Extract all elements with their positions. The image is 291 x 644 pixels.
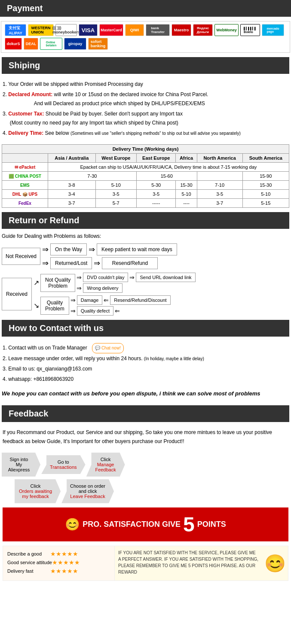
- return-guide: Guide for Dealing with Problems as follo…: [2, 233, 289, 239]
- received-box: Received: [2, 278, 32, 310]
- ems-north-america: 7-10: [197, 181, 242, 190]
- dhl-asia: 3-4: [48, 190, 95, 199]
- contact-item-4: 4. whatsapp: +8618968063920: [3, 374, 288, 384]
- feedback-title: Feedback: [9, 409, 48, 418]
- review-row-2: Good service attitude ★★★★★: [7, 559, 110, 566]
- arrow-nq-1: ⇒: [77, 274, 82, 281]
- fedex-east-europe: -----: [136, 199, 176, 208]
- contact-item-2: 2. Leave message under order, will reply…: [3, 353, 288, 364]
- qiwi-logo: QIWI: [125, 24, 144, 36]
- ems-south-america: 15-30: [242, 181, 289, 190]
- fedex-row: FedEx 3-7 5-7 ----- ---- 3-7 5-15: [2, 199, 289, 208]
- chinapost-row: 🟩 CHINA POST 7-30 15-60 15-90: [2, 172, 289, 181]
- col-west-europe: West Europe: [95, 154, 136, 163]
- shipping-item-3: 3. Customer Tax: Should be Paid by buyer…: [3, 109, 288, 127]
- arrow-q-3: ⇒: [70, 307, 76, 314]
- arrow-r-2: ↘: [34, 301, 39, 310]
- epacket-row: ✉ ePacket Epacket can ship to USA/AU/UK/…: [2, 163, 289, 172]
- feedback-header: Feedback: [2, 405, 289, 422]
- fedex-africa: ----: [176, 199, 197, 208]
- not-quality-box: Not QualityProblem: [40, 274, 75, 292]
- shipping-header: Shiping: [2, 57, 289, 74]
- arrow-nr-2: ⇒: [89, 245, 95, 254]
- col-south-america: South America: [242, 154, 289, 163]
- chinapost-north-america: [197, 172, 242, 181]
- contact-important: We hope you can contact with us before y…: [2, 390, 289, 397]
- ems-africa: 15-30: [176, 181, 197, 190]
- smiley-face: 😊: [262, 546, 288, 580]
- on-the-way-box: On the Way: [50, 243, 87, 255]
- contact-title: How to Contact with us: [9, 323, 104, 333]
- giropay-logo: giropay: [64, 38, 86, 50]
- delivery-table-header: Delivery Time (Working days): [2, 145, 289, 154]
- fedex-north-america: 3-7: [197, 199, 242, 208]
- alipay-logo: 支付宝ALIPAY: [5, 24, 26, 36]
- ems-row: EMS 3-8 5-10 5-30 15-30 7-10 15-30: [2, 181, 289, 190]
- resend-refund-box: Resend/Refund: [102, 257, 158, 269]
- payment-header: Payment: [0, 0, 291, 17]
- banner-suffix: POINTS: [197, 520, 226, 529]
- shipping-section: Shiping 1. Your Order will be shipped wi…: [0, 57, 291, 212]
- review-row-3: Delivery fast ★★★★★: [7, 568, 110, 574]
- feedback-step-3: ClickManageFeedback: [86, 453, 125, 477]
- maestro-logo: Maestro: [172, 24, 191, 36]
- ems-asia: 3-8: [48, 181, 95, 190]
- boleto-logo: ▌▎▌▌▎▌Boleto: [240, 24, 260, 36]
- resend-refund-discount-box: Resend/Refund/Discount: [110, 295, 170, 305]
- dvd-box: DVD couldn't play: [83, 273, 128, 282]
- chinapost-asia: 7-30: [48, 172, 136, 181]
- arrow-nr-3: ⇒: [42, 258, 49, 268]
- feedback-step-4: ClickOrders awaitingmy feedback: [15, 479, 61, 503]
- shipping-item-2: 2. Declared Amount: will write 10 or 15u…: [3, 90, 288, 108]
- review-row-1: Describe a good ★★★★★: [7, 550, 110, 557]
- fedex-asia: 3-7: [48, 199, 95, 208]
- shipping-title: Shiping: [9, 61, 40, 70]
- return-header: Return or Refund: [2, 212, 289, 229]
- arrow-nq-3: ⇒: [77, 285, 82, 292]
- dhl-row: DHL 📦 UPS 3-4 3-5 3-5 5-10 3-5 5-10: [2, 190, 289, 199]
- wrong-delivery-box: Wrong delivery: [83, 283, 122, 293]
- arrow-nq-2: ⇒: [129, 274, 135, 281]
- arrow-q-2: ⇐: [104, 297, 109, 304]
- feedback-step-1: Sign intoMyAliexpress: [2, 453, 40, 477]
- fedex-logo: FedEx: [2, 199, 48, 208]
- not-received-box: Not Received: [2, 248, 40, 265]
- fedex-west-europe: 5-7: [95, 199, 136, 208]
- ems-west-europe: 5-10: [95, 181, 136, 190]
- chinapost-south-america: 15-90: [242, 172, 289, 181]
- keep-patient-box: Keep patient to wait more days: [97, 243, 177, 255]
- review-label-1: Describe a good: [7, 551, 50, 556]
- sofort-logo: sofortbanking: [88, 38, 108, 50]
- fedex-south-america: 5-15: [242, 199, 289, 208]
- payment-title: Payment: [7, 3, 43, 13]
- contact-item-1: 1. Contact with us on Trade Manager 💬 Ch…: [3, 343, 288, 353]
- quality-defect-box: Quality defect: [77, 306, 113, 316]
- dhl-south-america: 5-10: [242, 190, 289, 199]
- col-north-america: North America: [197, 154, 242, 163]
- arrow-r-1: ↗: [34, 279, 39, 287]
- review-label-2: Good service attitude: [7, 560, 52, 565]
- chinapost-africa: 15-60: [136, 172, 197, 181]
- arrow-nr-4: ⇒: [94, 258, 100, 268]
- feedback-section: Feedback If you Recommand our Product, o…: [0, 405, 291, 587]
- stars-1: ★★★★★: [50, 550, 78, 557]
- arrow-q-1: ⇒: [70, 297, 76, 304]
- moneybookers-logo: ((( )))moneybookers: [55, 24, 77, 36]
- dhl-logo: DHL 📦 UPS: [2, 190, 48, 199]
- dhl-africa: 5-10: [176, 190, 197, 199]
- deal-logo: DEAL: [24, 38, 38, 50]
- shipping-text: 1. Your Order will be shipped within Pro…: [2, 78, 289, 141]
- dhl-west-europe: 3-5: [95, 190, 136, 199]
- contact-item-3: 3. Email to us: qx_qianxiang@163.com: [3, 364, 288, 374]
- feedback-intro: If you Recommand our Product, our Servic…: [2, 426, 289, 450]
- feedback-flow-row2: ClickOrders awaitingmy feedback Choose o…: [15, 479, 289, 503]
- visa-logo: VISA: [79, 24, 98, 36]
- col-east-europe: East Europe: [136, 154, 176, 163]
- big-number: 5: [183, 513, 195, 536]
- review-right: IF YOU ARE NOT SATISFIED WITH THE SERVIC…: [115, 546, 262, 580]
- contact-section: How to Contact with us 1. Contact with u…: [0, 320, 291, 405]
- epacket-logo: ✉ ePacket: [2, 163, 48, 172]
- bank-transfer-logo: bankTransfer: [146, 24, 170, 36]
- satisfaction-banner: 😊 PRO. SATISFACTION GIVE 5 POINTS: [3, 507, 288, 541]
- chat-button[interactable]: 💬 Chat now!: [92, 343, 124, 353]
